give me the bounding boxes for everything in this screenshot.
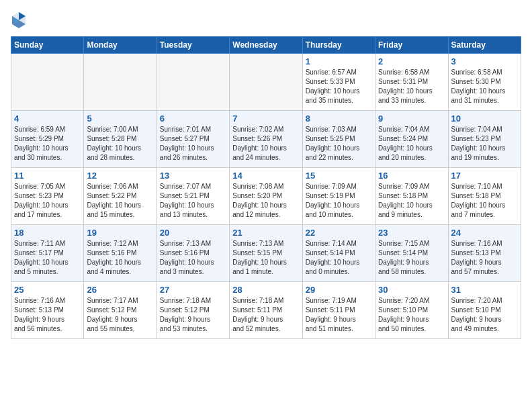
- day-info: Sunrise: 7:01 AM Sunset: 5:27 PM Dayligh…: [160, 125, 226, 163]
- calendar-cell: 15Sunrise: 7:09 AM Sunset: 5:19 PM Dayli…: [302, 168, 375, 225]
- day-number: 1: [306, 56, 372, 66]
- calendar-cell: 20Sunrise: 7:13 AM Sunset: 5:16 PM Dayli…: [157, 225, 229, 282]
- calendar-cell: [230, 54, 302, 111]
- day-info: Sunrise: 7:04 AM Sunset: 5:24 PM Dayligh…: [378, 125, 445, 163]
- calendar-cell: [11, 54, 84, 111]
- day-number: 23: [378, 228, 445, 238]
- header-day-thursday: Thursday: [302, 37, 375, 54]
- calendar-cell: 18Sunrise: 7:11 AM Sunset: 5:17 PM Dayli…: [11, 225, 84, 282]
- day-number: 26: [87, 285, 153, 295]
- calendar-cell: 22Sunrise: 7:14 AM Sunset: 5:14 PM Dayli…: [302, 225, 375, 282]
- day-number: 27: [160, 285, 226, 295]
- day-number: 2: [378, 56, 445, 66]
- day-number: 20: [160, 228, 226, 238]
- calendar-cell: 12Sunrise: 7:06 AM Sunset: 5:22 PM Dayli…: [84, 168, 157, 225]
- day-info: Sunrise: 7:17 AM Sunset: 5:12 PM Dayligh…: [87, 296, 153, 334]
- calendar-header: SundayMondayTuesdayWednesdayThursdayFrid…: [11, 37, 521, 54]
- header-day-monday: Monday: [84, 37, 157, 54]
- day-number: 10: [451, 113, 518, 124]
- day-info: Sunrise: 7:08 AM Sunset: 5:20 PM Dayligh…: [232, 182, 299, 220]
- day-number: 12: [87, 171, 153, 181]
- logo-icon: [11, 11, 27, 30]
- calendar-cell: 23Sunrise: 7:15 AM Sunset: 5:14 PM Dayli…: [375, 225, 448, 282]
- calendar-cell: 30Sunrise: 7:20 AM Sunset: 5:10 PM Dayli…: [375, 282, 448, 339]
- day-info: Sunrise: 7:05 AM Sunset: 5:23 PM Dayligh…: [14, 182, 81, 220]
- day-number: 7: [232, 113, 299, 124]
- day-number: 31: [451, 285, 518, 295]
- day-info: Sunrise: 6:57 AM Sunset: 5:33 PM Dayligh…: [306, 68, 372, 105]
- day-info: Sunrise: 7:00 AM Sunset: 5:28 PM Dayligh…: [87, 125, 153, 163]
- calendar-cell: 29Sunrise: 7:19 AM Sunset: 5:11 PM Dayli…: [302, 282, 375, 339]
- calendar-week-4: 18Sunrise: 7:11 AM Sunset: 5:17 PM Dayli…: [11, 225, 521, 282]
- day-info: Sunrise: 7:18 AM Sunset: 5:11 PM Dayligh…: [232, 296, 299, 334]
- calendar-cell: 1Sunrise: 6:57 AM Sunset: 5:33 PM Daylig…: [302, 54, 375, 111]
- day-number: 22: [306, 228, 372, 238]
- logo: [11, 11, 30, 30]
- day-number: 14: [232, 171, 299, 181]
- day-number: 30: [378, 285, 445, 295]
- day-info: Sunrise: 7:10 AM Sunset: 5:18 PM Dayligh…: [451, 182, 518, 220]
- day-number: 6: [160, 113, 226, 124]
- calendar-cell: 24Sunrise: 7:16 AM Sunset: 5:13 PM Dayli…: [448, 225, 521, 282]
- page-header: [11, 11, 521, 30]
- calendar-week-2: 4Sunrise: 6:59 AM Sunset: 5:29 PM Daylig…: [11, 111, 521, 168]
- day-info: Sunrise: 7:15 AM Sunset: 5:14 PM Dayligh…: [378, 239, 445, 277]
- calendar-cell: 7Sunrise: 7:02 AM Sunset: 5:26 PM Daylig…: [230, 111, 302, 168]
- day-info: Sunrise: 6:58 AM Sunset: 5:31 PM Dayligh…: [378, 68, 445, 105]
- day-number: 3: [451, 56, 518, 66]
- calendar-cell: 10Sunrise: 7:04 AM Sunset: 5:23 PM Dayli…: [448, 111, 521, 168]
- day-number: 18: [14, 228, 81, 238]
- header-day-tuesday: Tuesday: [157, 37, 229, 54]
- day-info: Sunrise: 7:20 AM Sunset: 5:10 PM Dayligh…: [378, 296, 445, 334]
- day-number: 29: [306, 285, 372, 295]
- day-info: Sunrise: 7:09 AM Sunset: 5:18 PM Dayligh…: [378, 182, 445, 220]
- day-number: 9: [378, 113, 445, 124]
- calendar-cell: 27Sunrise: 7:18 AM Sunset: 5:12 PM Dayli…: [157, 282, 229, 339]
- day-number: 24: [451, 228, 518, 238]
- day-number: 16: [378, 171, 445, 181]
- calendar-cell: 21Sunrise: 7:13 AM Sunset: 5:15 PM Dayli…: [230, 225, 302, 282]
- day-number: 13: [160, 171, 226, 181]
- day-info: Sunrise: 7:09 AM Sunset: 5:19 PM Dayligh…: [306, 182, 372, 220]
- calendar-cell: 16Sunrise: 7:09 AM Sunset: 5:18 PM Dayli…: [375, 168, 448, 225]
- header-day-wednesday: Wednesday: [230, 37, 302, 54]
- calendar-cell: 9Sunrise: 7:04 AM Sunset: 5:24 PM Daylig…: [375, 111, 448, 168]
- calendar-table: SundayMondayTuesdayWednesdayThursdayFrid…: [11, 36, 521, 339]
- calendar-cell: 19Sunrise: 7:12 AM Sunset: 5:16 PM Dayli…: [84, 225, 157, 282]
- header-row: SundayMondayTuesdayWednesdayThursdayFrid…: [11, 37, 521, 54]
- calendar-cell: 17Sunrise: 7:10 AM Sunset: 5:18 PM Dayli…: [448, 168, 521, 225]
- calendar-cell: 5Sunrise: 7:00 AM Sunset: 5:28 PM Daylig…: [84, 111, 157, 168]
- header-day-sunday: Sunday: [11, 37, 84, 54]
- header-day-saturday: Saturday: [448, 37, 521, 54]
- day-info: Sunrise: 6:58 AM Sunset: 5:30 PM Dayligh…: [451, 68, 518, 105]
- calendar-cell: 11Sunrise: 7:05 AM Sunset: 5:23 PM Dayli…: [11, 168, 84, 225]
- day-info: Sunrise: 7:19 AM Sunset: 5:11 PM Dayligh…: [306, 296, 372, 334]
- calendar-cell: 26Sunrise: 7:17 AM Sunset: 5:12 PM Dayli…: [84, 282, 157, 339]
- day-number: 5: [87, 113, 153, 124]
- day-info: Sunrise: 7:04 AM Sunset: 5:23 PM Dayligh…: [451, 125, 518, 163]
- day-number: 11: [14, 171, 81, 181]
- day-info: Sunrise: 7:16 AM Sunset: 5:13 PM Dayligh…: [14, 296, 81, 334]
- calendar-week-5: 25Sunrise: 7:16 AM Sunset: 5:13 PM Dayli…: [11, 282, 521, 339]
- calendar-cell: 31Sunrise: 7:20 AM Sunset: 5:10 PM Dayli…: [448, 282, 521, 339]
- calendar-cell: 8Sunrise: 7:03 AM Sunset: 5:25 PM Daylig…: [302, 111, 375, 168]
- calendar-body: 1Sunrise: 6:57 AM Sunset: 5:33 PM Daylig…: [11, 54, 521, 339]
- day-info: Sunrise: 7:03 AM Sunset: 5:25 PM Dayligh…: [306, 125, 372, 163]
- calendar-week-3: 11Sunrise: 7:05 AM Sunset: 5:23 PM Dayli…: [11, 168, 521, 225]
- day-info: Sunrise: 6:59 AM Sunset: 5:29 PM Dayligh…: [14, 125, 81, 163]
- calendar-cell: 2Sunrise: 6:58 AM Sunset: 5:31 PM Daylig…: [375, 54, 448, 111]
- calendar-cell: 25Sunrise: 7:16 AM Sunset: 5:13 PM Dayli…: [11, 282, 84, 339]
- day-info: Sunrise: 7:13 AM Sunset: 5:15 PM Dayligh…: [232, 239, 299, 277]
- day-number: 25: [14, 285, 81, 295]
- day-number: 17: [451, 171, 518, 181]
- day-number: 8: [306, 113, 372, 124]
- day-info: Sunrise: 7:20 AM Sunset: 5:10 PM Dayligh…: [451, 296, 518, 334]
- day-info: Sunrise: 7:11 AM Sunset: 5:17 PM Dayligh…: [14, 239, 81, 277]
- calendar-cell: 28Sunrise: 7:18 AM Sunset: 5:11 PM Dayli…: [230, 282, 302, 339]
- day-info: Sunrise: 7:07 AM Sunset: 5:21 PM Dayligh…: [160, 182, 226, 220]
- calendar-cell: 3Sunrise: 6:58 AM Sunset: 5:30 PM Daylig…: [448, 54, 521, 111]
- day-number: 4: [14, 113, 81, 124]
- header-day-friday: Friday: [375, 37, 448, 54]
- day-info: Sunrise: 7:02 AM Sunset: 5:26 PM Dayligh…: [232, 125, 299, 163]
- calendar-cell: [157, 54, 229, 111]
